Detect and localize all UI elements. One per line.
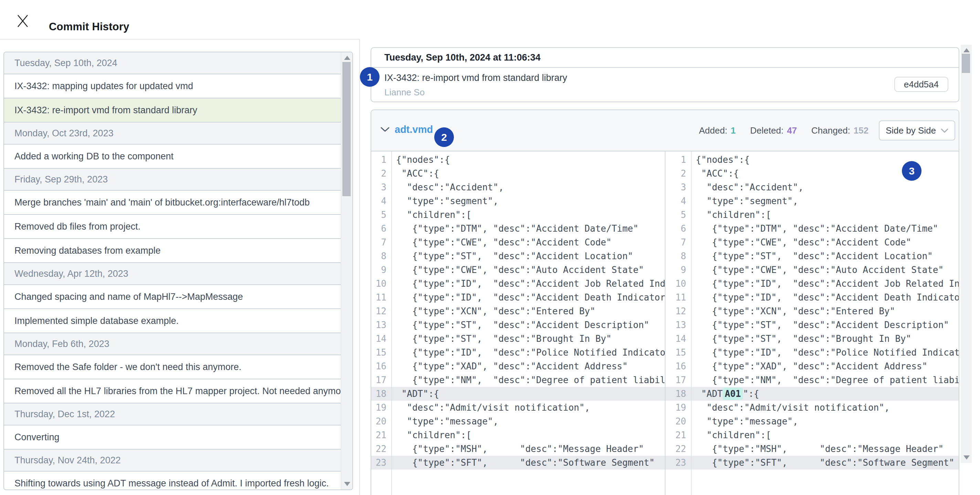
code-text: {"type":"NM", "desc":"Degree of patient … <box>391 375 665 385</box>
old-code-rows: 1{"nodes":{2 "ACC":{3 "desc":"Accident",… <box>371 151 665 470</box>
date-group-header: Monday, Feb 6th, 2023 <box>4 333 340 355</box>
commit-list-item[interactable]: Changed spacing and name of MapHl7-->Map… <box>4 285 340 309</box>
code-text: "ADTA01":{ <box>691 388 759 399</box>
code-text: "desc":"Accident", <box>691 182 803 193</box>
code-text: {"type":"MSH", "desc":"Message Header" <box>391 444 644 454</box>
code-text: {"type":"MSH", "desc":"Message Header" <box>691 444 943 454</box>
diff-header: adt.vmd Added:1Deleted:47Changed:152 Sid… <box>371 110 959 151</box>
line-number: 10 <box>665 279 691 289</box>
diff-pane-old[interactable]: 1{"nodes":{2 "ACC":{3 "desc":"Accident",… <box>371 151 665 495</box>
line-number: 7 <box>371 237 391 247</box>
commit-list-item[interactable]: Removed the Safe folder - we don't need … <box>4 355 340 379</box>
line-number: 23 <box>371 457 391 468</box>
code-line: 14 {"type":"ST", "desc":"Brought In By" <box>665 332 959 345</box>
scroll-up-icon[interactable] <box>964 48 970 53</box>
annotation-badge-2: 2 <box>434 127 454 147</box>
commit-list-item[interactable]: Added a working DB to the component <box>4 145 340 169</box>
code-line: 3 "desc":"Accident", <box>371 180 665 194</box>
line-number: 8 <box>665 251 691 261</box>
code-text: {"type":"ST", "desc":"Brought In By" <box>391 334 611 344</box>
diff-stat: Added:1 <box>699 125 736 136</box>
code-line: 8 {"type":"ST", "desc":"Accident Locatio… <box>371 249 665 263</box>
scroll-up-icon[interactable] <box>344 56 350 60</box>
commit-detail-body: IX-3432: re-import vmd from standard lib… <box>371 68 959 102</box>
line-number: 17 <box>371 375 391 385</box>
commit-history-dialog: Commit History Tuesday, Sep 10th, 2024IX… <box>0 0 980 495</box>
code-text: {"type":"ID", "desc":"Accident Death Ind… <box>391 292 665 302</box>
line-number: 7 <box>665 237 691 247</box>
diff-code-area: 1{"nodes":{2 "ACC":{3 "desc":"Accident",… <box>371 151 959 495</box>
code-line: 6 {"type":"DTM", "desc":"Accident Date/T… <box>371 222 665 236</box>
code-line: 3 "desc":"Accident", <box>665 180 959 194</box>
line-number: 2 <box>665 168 691 179</box>
commit-list-item[interactable]: Merge branches 'main' and 'main' of bitb… <box>4 191 340 215</box>
code-text: {"type":"CWE", "desc":"Auto Accident Sta… <box>691 265 943 275</box>
commit-hash-badge[interactable]: e4dd5a4 <box>894 77 948 92</box>
panel-scrollbar[interactable] <box>961 45 972 463</box>
code-text: {"type":"ID", "desc":"Police Notified In… <box>391 347 665 358</box>
diff-file-name[interactable]: adt.vmd <box>395 124 433 135</box>
commit-list-item[interactable]: IX-3432: mapping updates for updated vmd <box>4 74 340 99</box>
line-number: 19 <box>371 403 391 413</box>
line-number: 23 <box>665 457 691 468</box>
line-number: 10 <box>371 279 391 289</box>
code-text: {"type":"ST", "desc":"Accident Descripti… <box>391 320 649 330</box>
line-number: 16 <box>371 361 391 371</box>
chevron-down-icon <box>941 128 948 133</box>
commit-list-item[interactable]: Removed all the HL7 libraries from the H… <box>4 379 340 403</box>
commit-sidebar: Tuesday, Sep 10th, 2024IX-3432: mapping … <box>3 52 353 490</box>
code-line: 19 "desc":"Admit/visit notification", <box>371 401 665 414</box>
code-text: {"type":"ID", "desc":"Police Notified In… <box>691 347 959 358</box>
line-number: 3 <box>665 182 691 193</box>
code-text: {"type":"XCN", "desc":"Entered By" <box>691 306 895 316</box>
code-text: "ACC":{ <box>391 168 439 179</box>
code-line: 5 "children":[ <box>371 208 665 222</box>
line-number: 8 <box>371 251 391 261</box>
view-mode-select[interactable]: Side by Side <box>879 121 955 140</box>
code-text: {"type":"XAD", "desc":"Accident Address" <box>391 361 628 371</box>
commit-detail-card: Tuesday, Sep 10th, 2024 at 11:06:34 IX-3… <box>371 47 959 102</box>
code-line: 23 {"type":"SFT", "desc":"Software Segme… <box>371 456 665 470</box>
panel-scrollbar-thumb[interactable] <box>962 54 970 73</box>
commit-list[interactable]: Tuesday, Sep 10th, 2024IX-3432: mapping … <box>4 53 340 490</box>
code-text: {"type":"ST", "desc":"Brought In By" <box>691 334 911 344</box>
code-line: 21 "children":[ <box>665 428 959 442</box>
page-title: Commit History <box>49 21 129 33</box>
code-line: 12 {"type":"XCN", "desc":"Entered By" <box>371 304 665 318</box>
code-line: 9 {"type":"CWE", "desc":"Auto Accident S… <box>371 263 665 277</box>
commit-list-item[interactable]: Implemented simple database example. <box>4 309 340 333</box>
line-number: 15 <box>371 347 391 358</box>
code-text: "ADT":{ <box>391 388 439 399</box>
line-number: 18 <box>665 388 691 399</box>
code-line: 7 {"type":"CWE", "desc":"Accident Code" <box>371 236 665 249</box>
code-line: 22 {"type":"MSH", "desc":"Message Header… <box>665 442 959 456</box>
code-line: 18 "ADTA01":{ <box>665 387 959 401</box>
commit-list-item[interactable]: Removed db files from project. <box>4 215 340 239</box>
code-text: {"type":"NM", "desc":"Degree of patient … <box>691 375 959 385</box>
line-number: 1 <box>665 154 691 165</box>
scroll-down-icon[interactable] <box>344 482 350 486</box>
header-divider <box>0 39 360 40</box>
line-number: 4 <box>665 196 691 206</box>
commit-list-item[interactable]: IX-3432: re-import vmd from standard lib… <box>4 99 340 123</box>
code-text: {"type":"XCN", "desc":"Entered By" <box>391 306 595 316</box>
scroll-down-icon[interactable] <box>964 455 970 460</box>
line-number: 1 <box>371 154 391 165</box>
sidebar-scrollbar-thumb[interactable] <box>342 62 351 196</box>
chevron-down-icon[interactable] <box>380 127 390 132</box>
line-number: 4 <box>371 196 391 206</box>
close-button[interactable] <box>15 13 30 30</box>
commit-list-item[interactable]: Shifting towards using ADT message inste… <box>4 471 340 490</box>
commit-message: IX-3432: re-import vmd from standard lib… <box>384 73 567 83</box>
diff-pane-new[interactable]: 1{"nodes":{2 "ACC":{3 "desc":"Accident",… <box>665 151 959 495</box>
code-text: "children":[ <box>391 210 471 220</box>
commit-list-item[interactable]: Converting <box>4 425 340 450</box>
code-line: 4 "type":"segment", <box>665 194 959 208</box>
commit-list-item[interactable]: Removing databases from example <box>4 239 340 263</box>
code-line: 16 {"type":"XAD", "desc":"Accident Addre… <box>371 360 665 373</box>
code-text: "desc":"Accident", <box>391 182 504 193</box>
code-line: 21 "children":[ <box>371 428 665 442</box>
sidebar-scrollbar[interactable] <box>340 53 352 490</box>
code-text: {"nodes":{ <box>691 154 750 165</box>
code-line: 8 {"type":"ST", "desc":"Accident Locatio… <box>665 249 959 263</box>
